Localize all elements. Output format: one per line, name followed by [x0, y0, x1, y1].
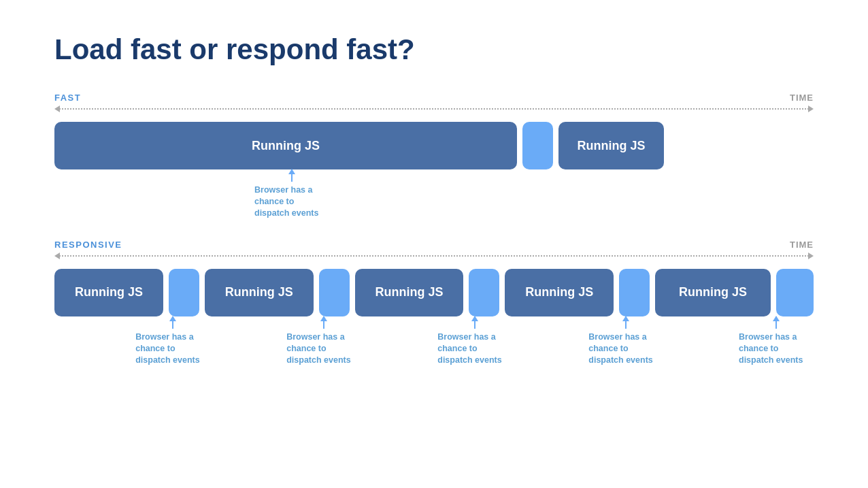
fast-timeline-arrow — [54, 105, 814, 112]
resp-ann-text-5: Browser has achance todispatch events — [739, 331, 814, 366]
fast-ann-line — [291, 169, 293, 182]
resp-js-block-5: Running JS — [655, 269, 771, 316]
resp-ann-text-1: Browser has achance todispatch events — [135, 331, 210, 366]
resp-ann-line-3 — [474, 316, 475, 329]
fast-ann-text: Browser has achance todispatch events — [254, 184, 329, 219]
resp-ann-line-2 — [323, 316, 324, 329]
responsive-label: RESPONSIVE — [54, 240, 122, 250]
page-title: Load fast or respond fast? — [54, 34, 814, 65]
fast-annotation: Browser has achance todispatch events — [254, 169, 329, 219]
fast-dotted-line — [59, 108, 809, 110]
resp-js-block-4: Running JS — [505, 269, 614, 316]
resp-js-block-3: Running JS — [355, 269, 464, 316]
resp-ann-text-4: Browser has achance todispatch events — [588, 331, 663, 366]
resp-dotted-line — [59, 255, 809, 257]
fast-header: FAST TIME — [54, 93, 814, 103]
resp-ann-line-4 — [625, 316, 627, 329]
resp-ann-text-2: Browser has achance todispatch events — [286, 331, 361, 366]
resp-ann-spacer-3 — [361, 316, 437, 366]
fast-gap-block — [522, 122, 553, 169]
resp-gap-5 — [776, 269, 814, 316]
resp-ann-line-1 — [172, 316, 173, 329]
fast-js-block-2: Running JS — [558, 122, 664, 169]
responsive-header: RESPONSIVE TIME — [54, 240, 814, 250]
resp-ann-spacer-1 — [54, 316, 135, 366]
slide: Load fast or respond fast? FAST TIME Run… — [0, 0, 868, 488]
fast-annotation-container: Browser has achance todispatch events — [54, 169, 814, 219]
responsive-time-label: TIME — [790, 240, 814, 250]
fast-blocks-container: Running JS Running JS Browser has achanc… — [54, 122, 814, 219]
fast-blocks-row: Running JS Running JS — [54, 122, 814, 169]
resp-arrow-head — [808, 253, 814, 259]
fast-section: FAST TIME Running JS Running JS — [54, 93, 814, 219]
resp-ann-spacer-4 — [512, 316, 588, 366]
responsive-blocks-row: Running JS Running JS Running JS Ru — [54, 269, 814, 316]
resp-ann-3: Browser has achance todispatch events — [437, 316, 512, 366]
responsive-section: RESPONSIVE TIME Running JS Running JS — [54, 240, 814, 366]
resp-js-block-2: Running JS — [205, 269, 314, 316]
responsive-timeline-arrow — [54, 253, 814, 259]
fast-label: FAST — [54, 93, 81, 103]
fast-arrow-head — [808, 105, 814, 112]
resp-ann-4: Browser has achance todispatch events — [588, 316, 663, 366]
fast-annotation-offset: Browser has achance todispatch events — [54, 169, 529, 219]
fast-js-block-1: Running JS — [54, 122, 517, 169]
resp-ann-2: Browser has achance todispatch events — [286, 316, 361, 366]
resp-gap-1 — [169, 269, 199, 316]
resp-ann-5: Browser has achance todispatch events — [739, 316, 814, 366]
resp-js-block-1: Running JS — [54, 269, 163, 316]
fast-ann-text-content: Browser has achance todispatch events — [254, 185, 318, 218]
fast-time-label: TIME — [790, 93, 814, 103]
resp-ann-1: Browser has achance todispatch events — [135, 316, 210, 366]
resp-ann-spacer-5 — [663, 316, 739, 366]
responsive-annotations: Browser has achance todispatch events Br… — [54, 316, 814, 366]
resp-ann-text-3: Browser has achance todispatch events — [437, 331, 512, 366]
responsive-blocks-container: Running JS Running JS Running JS Ru — [54, 269, 814, 366]
resp-gap-4 — [619, 269, 650, 316]
resp-ann-line-5 — [775, 316, 777, 329]
resp-ann-spacer-2 — [210, 316, 286, 366]
resp-gap-3 — [469, 269, 499, 316]
resp-gap-2 — [319, 269, 350, 316]
